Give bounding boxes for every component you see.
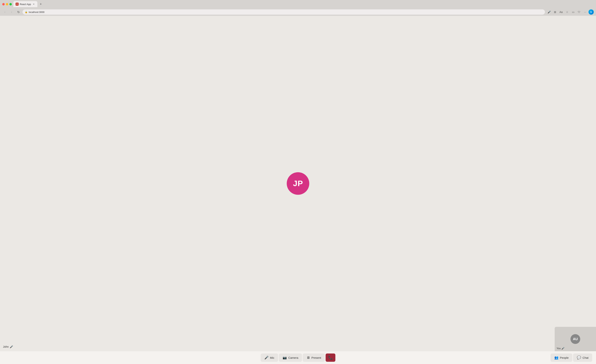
end-call-icon: 📞 (328, 355, 333, 360)
chat-icon: 💬 (577, 356, 581, 360)
forward-button[interactable]: › (9, 9, 14, 15)
address-url: localhost:3000 (29, 11, 543, 14)
main-participant: JP (287, 172, 309, 195)
main-participant-avatar: JP (287, 172, 309, 195)
right-controls: 👥 People 💬 Chat (551, 354, 592, 362)
you-label: You 🎤 (557, 347, 565, 350)
refresh-button[interactable]: ↻ (16, 9, 21, 15)
active-tab[interactable]: R React App ✕ (13, 1, 37, 7)
john-mute-icon: 🎤 (10, 345, 13, 348)
camera-label: Camera (288, 356, 298, 359)
mic-button[interactable]: 🎤 Mic (261, 354, 278, 362)
john-label: John 🎤 (3, 345, 13, 348)
tab-title: React App (20, 3, 31, 6)
toolbar-icons: 🎤 ⊞ Aa ☆ ▭ 🛡 ··· b (546, 9, 594, 15)
new-tab-button[interactable]: + (38, 1, 43, 7)
back-button[interactable]: ‹ (2, 9, 7, 15)
end-call-button[interactable]: 📞 (326, 354, 335, 362)
people-label: People (560, 356, 569, 359)
favorites-icon[interactable]: ☆ (565, 9, 570, 15)
address-bar[interactable]: 🔒 localhost:3000 (22, 9, 545, 15)
camera-button[interactable]: 📷 Camera (279, 354, 302, 362)
lock-icon: 🔒 (25, 11, 28, 13)
browser-chrome: R React App ✕ + (0, 0, 596, 8)
mic-icon: 🎤 (264, 356, 268, 360)
mic-label: Mic (270, 356, 274, 359)
mic-toolbar-icon[interactable]: 🎤 (546, 9, 552, 15)
chat-label: Chat (582, 356, 589, 359)
more-options-icon[interactable]: ··· (582, 9, 588, 15)
collections-icon[interactable]: ⊞ (552, 9, 558, 15)
browser-essentials-icon[interactable]: 🛡 (576, 9, 582, 15)
you-mute-icon: 🎤 (561, 347, 565, 350)
people-button[interactable]: 👥 People (551, 354, 573, 362)
tab-favicon: R (15, 3, 19, 6)
tab-bar: R React App ✕ + (13, 0, 594, 8)
john-name: John (3, 345, 9, 348)
present-label: Present (311, 356, 321, 359)
video-call-area: JP John 🎤 AU You 🎤 (0, 16, 596, 351)
present-icon: 🖥 (306, 356, 310, 360)
address-bar-row: ‹ › ↻ 🔒 localhost:3000 🎤 ⊞ Aa ☆ ▭ 🛡 ··· … (0, 8, 596, 16)
minimize-button[interactable] (6, 3, 8, 6)
chat-button[interactable]: 💬 Chat (573, 354, 592, 362)
self-avatar: AU (570, 334, 580, 344)
read-aloud-icon[interactable]: Aa (559, 9, 564, 15)
self-view-tile: AU You 🎤 (555, 327, 596, 351)
split-view-icon[interactable]: ▭ (570, 9, 576, 15)
people-icon: 👥 (554, 356, 559, 360)
bing-copilot-icon[interactable]: b (589, 9, 594, 15)
maximize-button[interactable] (9, 3, 12, 6)
tab-close-button[interactable]: ✕ (32, 3, 35, 6)
present-button[interactable]: 🖥 Present (303, 354, 325, 362)
you-text: You (557, 347, 561, 350)
control-bar: 🎤 Mic 📷 Camera 🖥 Present 📞 👥 People 💬 Ch… (0, 351, 596, 364)
camera-icon: 📷 (283, 356, 287, 360)
traffic-lights (2, 3, 12, 6)
close-button[interactable] (2, 3, 5, 6)
